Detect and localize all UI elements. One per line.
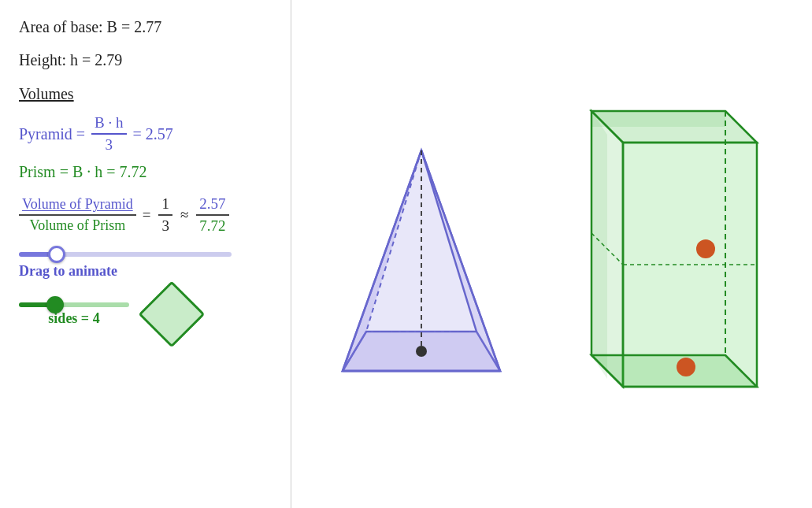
- ratio-equals: =: [143, 206, 151, 224]
- area-label: Area of base: B = 2.77: [19, 14, 272, 39]
- pyramid-fraction: B · h 3: [91, 114, 126, 154]
- pyramid-result: = 2.57: [133, 125, 173, 143]
- pyramid-eq-prefix: Pyramid =: [19, 125, 85, 143]
- sides-row: sides = 4: [19, 291, 272, 338]
- pyramid-formula: Pyramid = B · h 3 = 2.57: [19, 114, 272, 154]
- prism-container: [544, 87, 773, 421]
- ratio-one-third-num: 1: [158, 195, 172, 216]
- volumes-heading: Volumes: [19, 85, 272, 103]
- ratio-approx-sign: ≈: [180, 206, 188, 224]
- ratio-denominator-label: Volume of Prism: [26, 216, 128, 234]
- pyramid-denominator: 3: [102, 135, 117, 154]
- svg-marker-4: [343, 150, 500, 371]
- base-center-dot: [416, 346, 427, 357]
- orange-dot-top: [696, 239, 715, 258]
- ratio-approx-den: 7.72: [196, 216, 228, 235]
- orange-dot-bottom: [677, 358, 695, 376]
- animate-slider[interactable]: [19, 252, 232, 257]
- sides-label: sides = 4: [48, 310, 99, 327]
- ratio-one-third-den: 3: [158, 216, 172, 235]
- sides-slider[interactable]: [19, 302, 129, 307]
- height-label: Height: h = 2.79: [19, 47, 272, 72]
- ratio-approx-num: 2.57: [196, 195, 228, 216]
- right-panel: [291, 0, 812, 508]
- ratio-fraction-one-third: 1 3: [158, 195, 172, 235]
- slider-section: Drag to animate: [19, 252, 272, 280]
- polygon-preview: [139, 281, 206, 348]
- prism-svg: [544, 87, 773, 418]
- left-panel: Area of base: B = 2.77 Height: h = 2.79 …: [0, 0, 291, 508]
- pyramid-container: [331, 103, 512, 406]
- ratio-section: Volume of Pyramid Volume of Prism = 1 3 …: [19, 195, 272, 235]
- sides-slider-wrap: sides = 4: [19, 302, 129, 327]
- animate-slider-row: [19, 252, 272, 257]
- ratio-fraction-approx: 2.57 7.72: [196, 195, 228, 235]
- pyramid-svg: [331, 103, 512, 402]
- ratio-fraction-label: Volume of Pyramid Volume of Prism: [19, 196, 136, 234]
- ratio-numerator-label: Volume of Pyramid: [19, 196, 136, 216]
- prism-formula: Prism = B · h = 7.72: [19, 163, 272, 181]
- drag-label: Drag to animate: [19, 263, 272, 280]
- pyramid-numerator: B · h: [91, 114, 126, 135]
